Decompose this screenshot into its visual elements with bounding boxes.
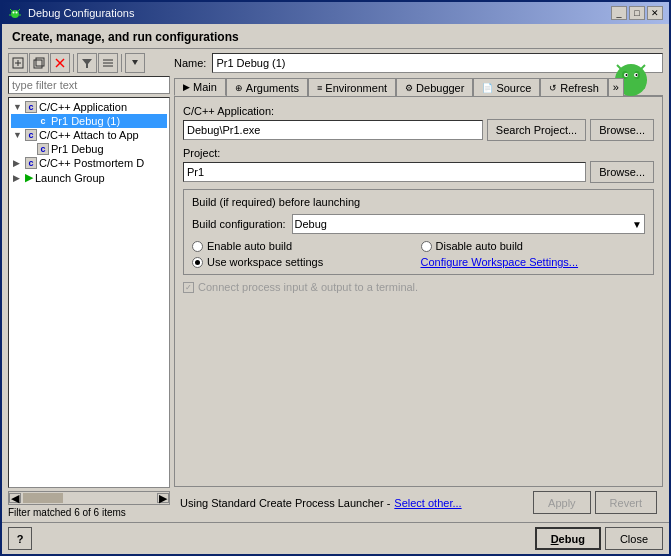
- scroll-thumb[interactable]: [23, 493, 63, 503]
- apply-button[interactable]: Apply: [533, 491, 591, 514]
- radio-disable-auto[interactable]: Disable auto build: [421, 240, 646, 252]
- new-config-button[interactable]: [8, 53, 28, 73]
- tab-environment[interactable]: ≡ Environment: [308, 78, 396, 96]
- launch-group-label: Launch Group: [35, 172, 105, 184]
- svg-marker-31: [132, 60, 138, 65]
- search-project-button[interactable]: Search Project...: [487, 119, 586, 141]
- build-config-label: Build configuration:: [192, 218, 286, 230]
- configure-workspace-link: Configure Workspace Settings...: [421, 256, 646, 268]
- app-path-input[interactable]: [183, 120, 483, 140]
- bottom-bar: ? Debug Close: [2, 522, 669, 554]
- right-panel: Name: ▶ Main ⊕ Arguments ≡ Environment: [174, 53, 663, 518]
- terminal-checkbox-label: Connect process input & output to a term…: [198, 281, 418, 293]
- env-tab-icon: ≡: [317, 83, 322, 93]
- pr1-debug-label: Pr1 Debug (1): [51, 115, 120, 127]
- title-bar-buttons: _ □ ✕: [611, 6, 663, 20]
- tree-item-cpp-attach[interactable]: ▼ c C/C++ Attach to App: [11, 128, 167, 142]
- args-tab-icon: ⊕: [235, 83, 243, 93]
- tab-debugger[interactable]: ⚙ Debugger: [396, 78, 473, 96]
- left-bottom: ◀ ▶ Filter matched 6 of 6 items: [8, 491, 170, 518]
- help-button[interactable]: ?: [8, 527, 32, 550]
- svg-point-12: [626, 74, 628, 76]
- minimize-button[interactable]: _: [611, 6, 627, 20]
- filter-input[interactable]: [8, 76, 170, 94]
- main-tab-icon: ▶: [183, 82, 190, 92]
- scroll-track: [21, 493, 157, 503]
- app-section: C/C++ Application: Search Project... Bro…: [183, 105, 654, 141]
- build-section: Build (if required) before launching Bui…: [183, 189, 654, 275]
- args-tab-label: Arguments: [246, 82, 299, 94]
- radio-enable-circle: [192, 241, 203, 252]
- tree-item-pr1-debug-selected[interactable]: c Pr1 Debug (1): [11, 114, 167, 128]
- project-input[interactable]: [183, 162, 586, 182]
- close-button-bottom[interactable]: Close: [605, 527, 663, 550]
- debug-configurations-window: Debug Configurations _ □ ✕ Create, manag…: [0, 0, 671, 556]
- scroll-right-button[interactable]: ▶: [157, 493, 169, 503]
- svg-point-0: [11, 10, 19, 18]
- browse-app-button[interactable]: Browse...: [590, 119, 654, 141]
- maximize-button[interactable]: □: [629, 6, 645, 20]
- debug-bug-icon-title: [8, 6, 22, 20]
- config-tree: ▼ c C/C++ Application c Pr1 Debug (1) ▼ …: [8, 97, 170, 488]
- debug-button[interactable]: Debug: [535, 527, 601, 550]
- svg-line-3: [10, 9, 12, 11]
- tab-refresh[interactable]: ↺ Refresh: [540, 78, 608, 96]
- browse-project-button[interactable]: Browse...: [590, 161, 654, 183]
- terminal-checkbox[interactable]: ✓: [183, 282, 194, 293]
- project-field-label: Project:: [183, 147, 654, 159]
- config-area: C/C++ Application: Search Project... Bro…: [174, 96, 663, 487]
- tree-item-pr1-debug2[interactable]: c Pr1 Debug: [11, 142, 167, 156]
- delete-config-button[interactable]: [50, 53, 70, 73]
- radio-workspace-settings[interactable]: Use workspace settings: [192, 256, 417, 268]
- src-tab-label: Source: [496, 82, 531, 94]
- bottom-status-area: Using Standard Create Process Launcher -…: [174, 487, 663, 518]
- checkbox-check-icon: ✓: [185, 283, 192, 292]
- toolbar: [8, 53, 170, 73]
- build-config-select[interactable]: Debug ▼: [292, 214, 645, 234]
- settings-button[interactable]: [125, 53, 145, 73]
- svg-point-13: [636, 74, 638, 76]
- main-tab-label: Main: [193, 81, 217, 93]
- select-other-link[interactable]: Select other...: [394, 497, 461, 509]
- filter-button[interactable]: [77, 53, 97, 73]
- cpp-icon-app: c: [25, 101, 37, 113]
- configure-workspace-button[interactable]: Configure Workspace Settings...: [421, 256, 579, 268]
- cpp-icon-pr1-2: c: [37, 143, 49, 155]
- tree-item-cpp-app[interactable]: ▼ c C/C++ Application: [11, 100, 167, 114]
- tab-main[interactable]: ▶ Main: [174, 78, 226, 96]
- radio-group: Enable auto build Disable auto build Use…: [192, 240, 645, 268]
- revert-button[interactable]: Revert: [595, 491, 657, 514]
- close-button[interactable]: ✕: [647, 6, 663, 20]
- cpp-postmortem-label: C/C++ Postmortem D: [39, 157, 144, 169]
- expand-cpp-app: ▼: [13, 102, 23, 112]
- tree-item-cpp-postmortem[interactable]: ▶ c C/C++ Postmortem D: [11, 156, 167, 170]
- app-field-label: C/C++ Application:: [183, 105, 654, 117]
- scroll-left-button[interactable]: ◀: [9, 493, 21, 503]
- tab-more-button[interactable]: »: [608, 78, 624, 96]
- env-tab-label: Environment: [325, 82, 387, 94]
- ref-tab-icon: ↺: [549, 83, 557, 93]
- src-tab-icon: 📄: [482, 83, 493, 93]
- tree-item-launch-group[interactable]: ▶ ▶ Launch Group: [11, 170, 167, 185]
- cpp-icon-attach: c: [25, 129, 37, 141]
- project-field-row: Browse...: [183, 161, 654, 183]
- collapse-button[interactable]: [98, 53, 118, 73]
- tab-source[interactable]: 📄 Source: [473, 78, 540, 96]
- dbg-tab-label: Debugger: [416, 82, 464, 94]
- build-section-title: Build (if required) before launching: [192, 196, 645, 208]
- expand-cpp-attach: ▼: [13, 130, 23, 140]
- pr1-debug2-label: Pr1 Debug: [51, 143, 104, 155]
- title-bar-left: Debug Configurations: [8, 6, 134, 20]
- project-section: Project: Browse...: [183, 147, 654, 183]
- name-label: Name:: [174, 57, 206, 69]
- duplicate-config-button[interactable]: [29, 53, 49, 73]
- filter-status: Filter matched 6 of 6 items: [8, 507, 170, 518]
- svg-point-1: [13, 12, 15, 14]
- horizontal-scrollbar[interactable]: ◀ ▶: [8, 491, 170, 505]
- radio-enable-auto[interactable]: Enable auto build: [192, 240, 417, 252]
- debug-btn-underline: Debug: [551, 533, 585, 545]
- name-input[interactable]: [212, 53, 663, 73]
- tab-arguments[interactable]: ⊕ Arguments: [226, 78, 308, 96]
- header-title: Create, manage, and run configurations: [12, 30, 659, 44]
- debug-btn-label: ebug: [559, 533, 585, 545]
